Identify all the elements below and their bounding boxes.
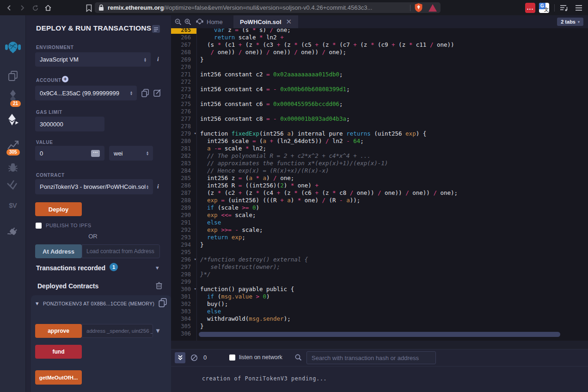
zoom-in-icon[interactable] xyxy=(184,19,191,25)
environment-info-icon[interactable]: i xyxy=(157,56,159,63)
horizontal-scrollbar[interactable] xyxy=(199,332,560,337)
close-tab-icon[interactable]: ✕ xyxy=(286,18,292,26)
code-line xyxy=(197,123,588,130)
tabs-count-badge[interactable]: 2 tabs ▾ xyxy=(557,18,583,26)
code-line: int256 constant c6 = 0x0000455956bccdd06… xyxy=(197,100,588,108)
code-line xyxy=(197,278,588,286)
contract-select[interactable]: PonziTokenV3 - browser/PoWHCoin.sol ▴▾ xyxy=(35,179,153,194)
gutter-line-number: 295 xyxy=(171,249,197,256)
back-button[interactable] xyxy=(5,3,14,12)
playlist-icon[interactable] xyxy=(559,3,569,12)
instance-chevron-icon[interactable]: ▾ xyxy=(36,300,39,307)
transactions-chevron-icon[interactable]: ▾ xyxy=(156,264,159,271)
gutter-line-number: 279▾ xyxy=(171,130,197,137)
code-line: } xyxy=(197,241,588,249)
gutter-line-number: 272 xyxy=(171,78,197,86)
code-editor[interactable]: 2652662672682692702712722732742752762772… xyxy=(171,28,588,341)
extension-dots: ... xyxy=(527,4,534,11)
editor-area: Home PoWHCoin.sol ✕ 2 tabs ▾ 26526626726… xyxy=(171,15,588,392)
remix-logo-icon[interactable] xyxy=(0,39,25,56)
tab-powhcoin[interactable]: PoWHCoin.sol ✕ xyxy=(233,15,298,28)
fold-arrow-icon[interactable]: ▾ xyxy=(194,286,196,291)
add-account-icon[interactable]: + xyxy=(62,76,68,82)
fund-function-button[interactable]: fund xyxy=(35,345,82,359)
gutter-line-number: 298 xyxy=(171,271,197,278)
gutter-line-number: 296▾ xyxy=(171,256,197,263)
gutter-line-number: 297 xyxy=(171,263,197,271)
panel-docs-icon[interactable] xyxy=(152,25,160,33)
publish-ipfs-checkbox[interactable] xyxy=(36,223,42,229)
contract-value: PonziTokenV3 - browser/PoWHCoin.sol xyxy=(40,183,147,190)
fold-arrow-icon[interactable]: ▾ xyxy=(194,131,196,136)
gas-limit-label: GAS LIMIT xyxy=(36,110,62,115)
tab-home[interactable]: Home xyxy=(191,15,227,28)
debugger-bug-icon[interactable] xyxy=(0,161,25,173)
expand-approve-chevron-icon[interactable]: ▾ xyxy=(156,327,159,334)
gutter-line-number: 292 xyxy=(171,226,197,234)
code-line xyxy=(197,63,588,71)
clear-instances-trash-icon[interactable] xyxy=(156,282,162,289)
approve-args-input[interactable]: address _spender, uint256 _v xyxy=(82,324,153,338)
getmeout-function-button[interactable]: getMeOutOfH... xyxy=(35,370,82,385)
code-line: // The polynomial R = 2 + c2*x^2 + c4*x^… xyxy=(197,152,588,160)
code-line xyxy=(197,249,588,256)
sourcify-icon[interactable]: $V xyxy=(0,201,25,209)
menu-icon[interactable] xyxy=(574,3,583,12)
gutter-line-number: 267 xyxy=(171,41,197,49)
sign-message-icon[interactable] xyxy=(153,89,161,97)
code-line: if (scale >= 0) xyxy=(197,204,588,212)
gas-limit-input[interactable]: 3000000 xyxy=(35,117,104,131)
editor-tabbar: Home PoWHCoin.sol ✕ 2 tabs ▾ xyxy=(171,15,588,28)
copy-instance-icon[interactable] xyxy=(159,298,167,307)
deploy-button[interactable]: Deploy xyxy=(35,202,82,216)
expand-terminal-button[interactable] xyxy=(175,352,185,363)
plugin-manager-icon[interactable] xyxy=(0,226,25,238)
terminal-search-input[interactable]: Search with transaction hash or address xyxy=(306,351,436,364)
gutter-line-number: 294 xyxy=(171,241,197,249)
copy-account-icon[interactable] xyxy=(141,89,149,97)
brave-rewards-icon[interactable] xyxy=(429,4,437,12)
zoom-out-icon[interactable] xyxy=(175,19,182,25)
code-line: if (msg.value > 0) xyxy=(197,293,588,300)
fold-arrow-icon[interactable]: ▾ xyxy=(194,257,196,261)
value-amount: 0 xyxy=(40,150,43,157)
brave-shield-icon[interactable] xyxy=(414,3,423,12)
listen-network-label: listen on network xyxy=(239,354,282,361)
home-browser-button[interactable] xyxy=(43,3,53,12)
terminal-toolbar: 0 listen on network Search with transact… xyxy=(171,349,588,367)
url-bar[interactable]: remix.ethereum.org/#optimize=false&evmVe… xyxy=(95,2,441,13)
terminal-search-icon xyxy=(295,354,302,361)
code-line: int256 z = (a * a) / one; xyxy=(197,174,588,182)
approve-function-button[interactable]: approve xyxy=(35,324,82,338)
gutter-line-number: 276 xyxy=(171,108,197,115)
reload-button[interactable] xyxy=(31,3,40,12)
translate-extension-icon[interactable]: G 文 xyxy=(539,3,549,13)
static-analysis-icon[interactable] xyxy=(0,179,25,190)
forward-button[interactable] xyxy=(18,3,27,12)
bookmark-icon[interactable] xyxy=(84,3,93,12)
deploy-run-panel: DEPLOY & RUN TRANSACTIONS ENVIRONMENT Ja… xyxy=(26,15,171,392)
gutter-line-number: 277 xyxy=(171,115,197,123)
account-select[interactable]: 0x9C4...E35aC (99.99999999 ▴▾ xyxy=(35,86,137,100)
at-address-input[interactable]: Load contract from Address xyxy=(82,244,160,258)
listen-network-checkbox[interactable] xyxy=(229,355,235,361)
code-line xyxy=(197,78,588,86)
red-extension-icon[interactable]: ... xyxy=(525,3,535,13)
gutter-line-number: 275 xyxy=(171,100,197,108)
code-line: else xyxy=(197,308,588,315)
value-unit-select[interactable]: wei ▴▾ xyxy=(109,146,153,161)
file-explorer-icon[interactable] xyxy=(0,70,25,82)
select-arrows-icon: ▴▾ xyxy=(147,151,148,156)
tab-file-label: PoWHCoin.sol xyxy=(240,19,282,25)
value-converter-icon[interactable]: ··· xyxy=(91,150,100,157)
at-address-button[interactable]: At Address xyxy=(35,244,82,258)
terminal-log-line: creation of PonziTokenV3 pending... xyxy=(202,375,327,382)
value-input[interactable]: 0 ··· xyxy=(35,146,104,161)
clear-console-icon[interactable] xyxy=(190,354,198,361)
url-host: remix.ethereum.org xyxy=(108,4,164,11)
environment-select[interactable]: JavaScript VM ▴▾ xyxy=(35,52,151,67)
contract-info-icon[interactable]: i xyxy=(157,183,159,190)
deploy-run-icon[interactable] xyxy=(0,113,25,126)
gutter-line-number: 289 xyxy=(171,204,197,212)
gutter-line-number: 302 xyxy=(171,300,197,308)
